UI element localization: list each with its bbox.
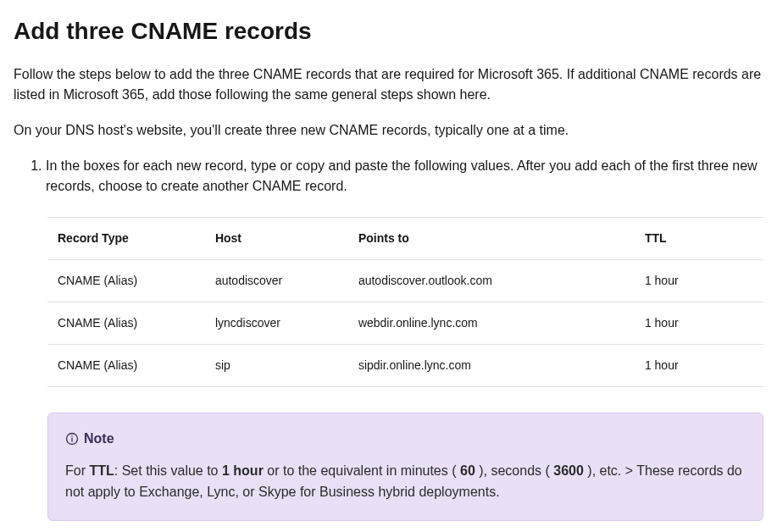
- header-ttl: TTL: [635, 218, 763, 260]
- note-label: Note: [84, 429, 114, 449]
- cell-points: webdir.online.lync.com: [348, 302, 635, 345]
- header-host: Host: [205, 218, 348, 260]
- cell-ttl: 1 hour: [635, 345, 763, 387]
- step-1: In the boxes for each new record, type o…: [46, 156, 763, 197]
- note-3600-strong: 3600: [553, 463, 584, 478]
- cname-table-container: Record Type Host Points to TTL CNAME (Al…: [47, 217, 763, 387]
- cell-ttl: 1 hour: [635, 260, 763, 302]
- steps-list: In the boxes for each new record, type o…: [14, 156, 763, 197]
- cell-type: CNAME (Alias): [47, 260, 205, 302]
- note-text: For: [65, 463, 89, 478]
- table-row: CNAME (Alias) lyncdiscover webdir.online…: [47, 302, 763, 345]
- cell-points: autodiscover.outlook.com: [348, 260, 635, 302]
- cname-table: Record Type Host Points to TTL CNAME (Al…: [47, 217, 763, 387]
- info-icon: [65, 432, 79, 446]
- note-text: : Set this value to: [114, 463, 222, 478]
- note-ttl-strong: TTL: [89, 463, 114, 478]
- note-1hour-strong: 1 hour: [222, 463, 264, 478]
- table-header-row: Record Type Host Points to TTL: [47, 218, 763, 260]
- header-points-to: Points to: [348, 218, 635, 260]
- header-record-type: Record Type: [47, 218, 205, 260]
- note-body: For TTL: Set this value to 1 hour or to …: [65, 461, 746, 503]
- cell-host: lyncdiscover: [205, 302, 348, 345]
- table-row: CNAME (Alias) autodiscover autodiscover.…: [47, 260, 763, 302]
- page-heading: Add three CNAME records: [14, 14, 763, 49]
- cell-points: sipdir.online.lync.com: [348, 345, 635, 387]
- cell-type: CNAME (Alias): [47, 302, 205, 345]
- note-callout: Note For TTL: Set this value to 1 hour o…: [47, 413, 763, 521]
- svg-point-2: [71, 435, 72, 436]
- intro-paragraph-1: Follow the steps below to add the three …: [14, 64, 763, 105]
- note-header: Note: [65, 429, 746, 449]
- table-row: CNAME (Alias) sip sipdir.online.lync.com…: [47, 345, 763, 387]
- cell-host: sip: [205, 345, 348, 387]
- cell-type: CNAME (Alias): [47, 345, 205, 387]
- note-text: ), seconds (: [475, 463, 553, 478]
- intro-paragraph-2: On your DNS host's website, you'll creat…: [14, 120, 763, 141]
- note-60-strong: 60: [460, 463, 475, 478]
- cell-host: autodiscover: [205, 260, 348, 302]
- note-text: or to the equivalent in minutes (: [264, 463, 460, 478]
- cell-ttl: 1 hour: [635, 302, 763, 345]
